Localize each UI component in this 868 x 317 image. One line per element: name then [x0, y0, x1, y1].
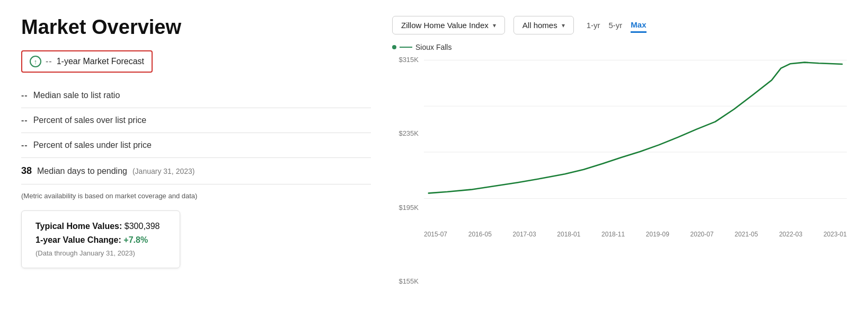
- x-label-0: 2015-07: [424, 231, 447, 238]
- legend-city: Sioux Falls: [415, 43, 451, 51]
- value-change-row: 1-year Value Change: +7.8%: [36, 235, 166, 245]
- chevron-down-icon: ▾: [493, 22, 496, 29]
- list-item[interactable]: -- Median sale to list ratio: [21, 83, 371, 108]
- time-range-1yr[interactable]: 1-yr: [587, 19, 600, 32]
- metric-label-2: Percent of sales over list price: [33, 116, 146, 125]
- chevron-down-icon-2: ▾: [562, 22, 565, 29]
- y-axis-labels: $315K $235K $195K $155K: [392, 56, 424, 301]
- metric-number-4: 38: [21, 165, 32, 177]
- metric-label-3: Percent of sales under list price: [33, 140, 152, 150]
- x-label-6: 2020-07: [690, 231, 714, 238]
- forecast-dashes: --: [46, 57, 52, 66]
- forecast-icon: ↑: [30, 56, 41, 67]
- change-value: +7.8%: [123, 235, 148, 244]
- home-values-card: Typical Home Values: $300,398 1-year Val…: [21, 210, 180, 268]
- x-label-5: 2019-09: [646, 231, 669, 238]
- metric-dashes-2: --: [21, 116, 28, 125]
- list-item[interactable]: 38 Median days to pending (January 31, 2…: [21, 158, 371, 184]
- index-dropdown[interactable]: Zillow Home Value Index ▾: [392, 16, 505, 34]
- time-range-group: 1-yr 5-yr Max: [587, 18, 646, 33]
- homes-dropdown[interactable]: All homes ▾: [513, 16, 574, 34]
- metric-label-4: Median days to pending: [37, 166, 127, 176]
- metrics-list: -- Median sale to list ratio -- Percent …: [21, 83, 371, 184]
- y-label-3: $195K: [392, 204, 419, 212]
- metric-label-1: Median sale to list ratio: [33, 91, 120, 100]
- x-axis-labels: 2015-07 2016-05 2017-03 2018-01 2018-11 …: [424, 227, 847, 238]
- chart-area: $315K $235K $195K $155K 2015-07 2016-05: [392, 56, 847, 301]
- x-label-8: 2022-03: [779, 231, 802, 238]
- chart-controls: Zillow Home Value Index ▾ All homes ▾ 1-…: [392, 16, 847, 34]
- time-range-5yr[interactable]: 5-yr: [609, 19, 623, 32]
- x-label-4: 2018-11: [601, 231, 625, 238]
- forecast-label: 1-year Market Forecast: [57, 57, 144, 66]
- legend-dot: [392, 45, 396, 49]
- forecast-box[interactable]: ↑ -- 1-year Market Forecast: [21, 50, 153, 73]
- x-label-1: 2016-05: [468, 231, 492, 238]
- list-item[interactable]: -- Percent of sales under list price: [21, 133, 371, 158]
- page-title: Market Overview: [21, 16, 371, 39]
- metric-date-4: (January 31, 2023): [132, 167, 195, 175]
- metric-dashes-3: --: [21, 140, 28, 150]
- right-panel: Zillow Home Value Index ▾ All homes ▾ 1-…: [392, 16, 847, 301]
- list-item[interactable]: -- Percent of sales over list price: [21, 108, 371, 133]
- change-label: 1-year Value Change:: [36, 235, 121, 244]
- y-label-4: $155K: [392, 277, 419, 285]
- hv-date: (Data through January 31, 2023): [36, 249, 166, 257]
- x-label-7: 2021-05: [734, 231, 758, 238]
- homes-dropdown-label: All homes: [522, 21, 557, 30]
- left-panel: Market Overview ↑ -- 1-year Market Forec…: [21, 16, 371, 301]
- metric-footnote: (Metric availability is based on market …: [21, 192, 371, 200]
- y-label-2: $235K: [392, 129, 419, 137]
- typical-home-values-row: Typical Home Values: $300,398: [36, 222, 166, 231]
- metric-dashes-1: --: [21, 91, 28, 100]
- typical-value: $300,398: [125, 222, 160, 231]
- typical-label: Typical Home Values:: [36, 222, 122, 231]
- chart-legend: Sioux Falls: [392, 43, 847, 51]
- chart-svg: [424, 56, 847, 225]
- x-label-2: 2017-03: [513, 231, 536, 238]
- time-range-max[interactable]: Max: [631, 18, 646, 33]
- x-label-9: 2023-01: [823, 231, 847, 238]
- legend-line: [400, 47, 412, 48]
- index-dropdown-label: Zillow Home Value Index: [401, 21, 489, 30]
- chart-svg-container: 2015-07 2016-05 2017-03 2018-01 2018-11 …: [424, 56, 847, 301]
- x-label-3: 2018-01: [557, 231, 580, 238]
- y-label-1: $315K: [392, 56, 419, 64]
